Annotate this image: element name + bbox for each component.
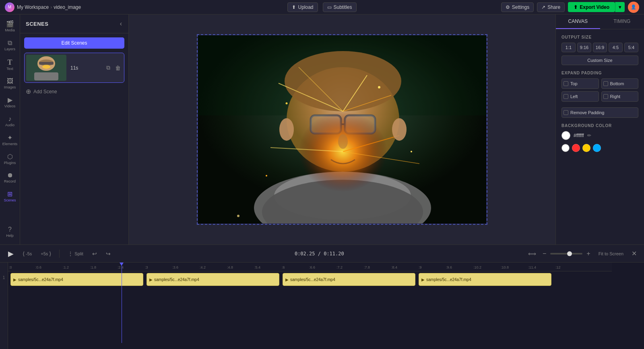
color-preset-blue[interactable] [593, 144, 601, 152]
add-scene-button[interactable]: ⊕ Add Scene [24, 85, 124, 98]
timeline-tracks: ▶ samples/5c...e24a7f.mp4 ▶ samples/5c..… [8, 271, 612, 304]
workspace-link[interactable]: My Workspace [17, 4, 49, 10]
bg-color-swatch[interactable] [561, 131, 570, 140]
sidebar-item-images[interactable]: 🖼 Images [1, 75, 19, 93]
color-preset-red[interactable] [572, 144, 580, 152]
sidebar-item-elements[interactable]: ✦ Elements [1, 131, 19, 150]
sidebar-item-layers[interactable]: ⧉ Layers [1, 37, 19, 55]
scenes-panel-header: SCENES ‹ [20, 14, 128, 33]
scene-item-1[interactable]: 11s ⧉ 🗑 [24, 53, 124, 83]
ruler-mark-3: :1.8 [90, 265, 96, 269]
ruler-mark-7: :4.2 [200, 265, 206, 269]
sidebar-item-record[interactable]: ⏺ Record [1, 169, 19, 187]
help-icon: ? [8, 226, 12, 233]
sidebar-label-audio: Audio [5, 123, 14, 127]
redo-button[interactable]: ↪ [103, 249, 113, 259]
export-dropdown-button[interactable]: ▾ [615, 2, 625, 12]
share-button[interactable]: ↗ Share [537, 2, 565, 12]
upload-button[interactable]: ⬆ Upload [287, 2, 318, 12]
zoom-out-button[interactable]: − [541, 249, 548, 258]
undo-button[interactable]: ↩ [90, 249, 99, 259]
skip-fwd-button[interactable]: +5s ⟩ [38, 249, 54, 259]
split-label: Split [74, 251, 83, 256]
padding-top-button[interactable]: Top [561, 78, 599, 89]
ruler-mark-0: :0 [9, 265, 12, 269]
tab-canvas[interactable]: CANVAS [556, 14, 600, 29]
sidebar-item-videos[interactable]: ▶ Videos [1, 94, 19, 112]
scene-copy-button[interactable]: ⧉ [105, 63, 112, 73]
sidebar-item-media[interactable]: 🎬 Media [1, 18, 19, 36]
sidebar-item-text[interactable]: T Text [1, 55, 19, 74]
size-4-5[interactable]: 4:5 [609, 43, 623, 52]
sidebar-item-scenes[interactable]: ⊞ Scenes [1, 188, 19, 206]
edit-color-icon[interactable]: ✏ [587, 133, 591, 138]
timeline-clip-3[interactable]: ▶ samples/5c...e24a7f.mp4 [283, 273, 415, 286]
zoom-in-button[interactable]: + [585, 249, 592, 258]
sidebar-label-record: Record [4, 179, 16, 184]
timeline-close-button[interactable]: ✕ [630, 248, 638, 259]
color-preset-white[interactable] [561, 144, 570, 152]
sidebar-item-plugins[interactable]: ⬡ Plugins [1, 150, 19, 168]
ruler-mark-4: :2.4 [118, 265, 124, 269]
size-16-9[interactable]: 16:9 [593, 43, 607, 52]
timeline-clip-1[interactable]: ▶ samples/5c...e24a7f.mp4 [10, 273, 143, 286]
topbar: M My Workspace › video_image ⬆ Upload ▭ … [0, 0, 644, 14]
edit-scenes-button[interactable]: Edit Scenes [24, 37, 124, 49]
project-name: video_image [54, 4, 81, 10]
ruler-mark-14: :8.4 [391, 265, 397, 269]
ruler-mark-9: :5.4 [254, 265, 260, 269]
plugins-icon: ⬡ [7, 154, 13, 160]
timeline-clip-4[interactable]: ▶ samples/5c...e24a7f.mp4 [419, 273, 551, 286]
scenes-collapse-button[interactable]: ‹ [119, 19, 123, 28]
padding-bottom-button[interactable]: Bottom [601, 78, 639, 89]
svg-point-30 [237, 215, 239, 217]
sidebar-item-audio[interactable]: ♪ Audio [1, 113, 19, 131]
color-preset-yellow[interactable] [582, 144, 590, 152]
size-1-1[interactable]: 1:1 [561, 43, 576, 52]
export-video-button[interactable]: ⬆ Export Video [568, 2, 615, 12]
videos-icon: ▶ [8, 97, 12, 103]
expand-padding-label: EXPAND PADDING [561, 71, 638, 75]
padding-right-button[interactable]: Right [601, 91, 639, 102]
right-panel-content: OUTPUT SIZE 1:1 9:16 16:9 4:5 5:4 Custom… [556, 29, 644, 244]
settings-button[interactable]: ⚙ Settings [501, 2, 534, 12]
svg-point-29 [266, 175, 267, 177]
padding-left-checkbox [564, 94, 568, 99]
split-icon: ⋮ [68, 250, 73, 257]
topbar-left: M My Workspace › video_image [5, 2, 287, 12]
fit-to-screen-button[interactable]: Fit to Screen [596, 250, 626, 258]
sidebar-item-help[interactable]: ? Help [1, 223, 19, 241]
settings-icon: ⚙ [506, 4, 510, 10]
ruler-mark-6: :3.6 [172, 265, 178, 269]
size-9-16[interactable]: 9:16 [577, 43, 591, 52]
remove-padding-button[interactable]: Remove Padding [561, 107, 638, 118]
zoom-arrows-button[interactable]: ⟺ [526, 249, 539, 259]
play-button[interactable]: ▶ [6, 248, 16, 259]
zoom-slider[interactable] [550, 253, 582, 255]
split-button[interactable]: ⋮ Split [65, 249, 85, 259]
ruler-mark-20: :12 [555, 265, 561, 269]
clip-3-icon: ▶ [285, 277, 289, 282]
right-panel-tabs: CANVAS TIMING [556, 14, 644, 29]
timeline-clip-2[interactable]: ▶ samples/5c...e24a7f.mp4 [147, 273, 279, 286]
user-avatar[interactable]: 👤 [628, 2, 639, 13]
elements-icon: ✦ [7, 135, 12, 141]
skip-back-icon: ⟨ [23, 250, 25, 257]
zoom-thumb[interactable] [567, 251, 572, 256]
clip-2-label: samples/5c...e24a7f.mp4 [153, 277, 201, 282]
size-5-4[interactable]: 5:4 [624, 43, 638, 52]
scene-delete-button[interactable]: 🗑 [114, 63, 122, 73]
sidebar-label-media: Media [5, 28, 15, 33]
timeline-content[interactable]: :0 :0.6 :1.2 :1.8 :2.4 :3 :3.6 :4.2 :4.8… [8, 263, 644, 349]
svg-point-27 [286, 103, 288, 105]
tab-timing[interactable]: TIMING [600, 14, 644, 29]
ruler-mark-13: :7.8 [364, 265, 370, 269]
topbar-center: ⬆ Upload ▭ Subtitles [287, 2, 356, 12]
skip-back-button[interactable]: ⟨ -5s [20, 249, 34, 259]
custom-size-button[interactable]: Custom Size [561, 55, 638, 65]
skip-back-label: -5s [26, 251, 32, 256]
video-preview[interactable] [198, 35, 487, 224]
subtitles-button[interactable]: ▭ Subtitles [323, 2, 357, 12]
svg-rect-5 [34, 72, 58, 80]
padding-left-button[interactable]: Left [561, 91, 599, 102]
